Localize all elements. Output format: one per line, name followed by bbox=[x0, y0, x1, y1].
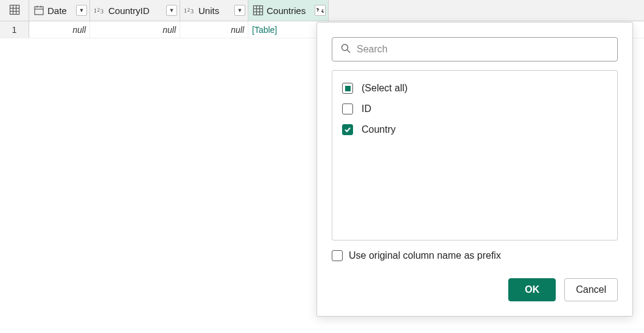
column-option-country[interactable]: Country bbox=[342, 119, 607, 140]
column-name: Date bbox=[47, 5, 74, 16]
column-name: Units bbox=[198, 5, 232, 16]
svg-text:3: 3 bbox=[191, 8, 194, 15]
cell-units[interactable]: null bbox=[180, 21, 248, 38]
svg-text:2: 2 bbox=[97, 7, 100, 13]
svg-text:2: 2 bbox=[187, 7, 190, 13]
expand-column-button[interactable] bbox=[315, 5, 326, 16]
checkbox-checked-icon bbox=[342, 124, 353, 135]
svg-rect-0 bbox=[10, 5, 19, 14]
expand-columns-popup: (Select all) ID Country Use original col… bbox=[317, 22, 633, 317]
column-name: Countries bbox=[267, 5, 312, 16]
select-all-row[interactable]: (Select all) bbox=[342, 78, 607, 99]
cell-date[interactable]: null bbox=[29, 21, 90, 38]
number-type-icon: 123 bbox=[94, 5, 106, 15]
svg-text:3: 3 bbox=[100, 8, 103, 15]
svg-rect-20 bbox=[254, 6, 263, 15]
checkbox-indeterminate-icon bbox=[342, 83, 353, 94]
cell-countryid[interactable]: null bbox=[90, 21, 180, 38]
expand-columns-list: (Select all) ID Country bbox=[332, 70, 618, 240]
column-header-countries[interactable]: Countries bbox=[248, 0, 329, 21]
popup-button-row: OK Cancel bbox=[332, 278, 618, 301]
svg-line-26 bbox=[348, 50, 351, 53]
filter-dropdown-button[interactable]: ▼ bbox=[234, 5, 245, 16]
option-label: ID bbox=[362, 103, 371, 114]
svg-text:1: 1 bbox=[94, 7, 97, 14]
select-all-label: (Select all) bbox=[362, 83, 408, 94]
search-icon bbox=[340, 43, 351, 56]
rownum-header bbox=[0, 0, 29, 21]
table-icon bbox=[9, 4, 20, 17]
checkbox-unchecked-icon bbox=[342, 103, 353, 114]
checkbox-unchecked-icon bbox=[332, 250, 343, 261]
column-header-units[interactable]: 123 Units ▼ bbox=[180, 0, 248, 21]
svg-rect-5 bbox=[35, 7, 43, 15]
column-option-id[interactable]: ID bbox=[342, 99, 607, 119]
prefix-label: Use original column name as prefix bbox=[349, 250, 501, 261]
column-header-row: Date ▼ 123 CountryID ▼ 123 Units ▼ Count… bbox=[0, 0, 644, 21]
number-type-icon: 123 bbox=[184, 5, 196, 15]
column-header-countryid[interactable]: 123 CountryID ▼ bbox=[90, 0, 180, 21]
svg-text:1: 1 bbox=[184, 7, 187, 14]
column-header-date[interactable]: Date ▼ bbox=[29, 0, 90, 21]
ok-button[interactable]: OK bbox=[508, 278, 556, 301]
date-type-icon bbox=[33, 5, 45, 16]
table-type-icon bbox=[252, 5, 264, 16]
search-wrap bbox=[332, 37, 618, 61]
cancel-button[interactable]: Cancel bbox=[564, 278, 618, 301]
column-name: CountryID bbox=[108, 5, 164, 16]
row-number: 1 bbox=[0, 21, 29, 38]
option-label: Country bbox=[362, 124, 396, 135]
search-input[interactable] bbox=[332, 37, 618, 61]
prefix-option-row[interactable]: Use original column name as prefix bbox=[332, 250, 618, 261]
filter-dropdown-button[interactable]: ▼ bbox=[76, 5, 87, 16]
filter-dropdown-button[interactable]: ▼ bbox=[166, 5, 177, 16]
svg-point-25 bbox=[342, 44, 348, 51]
